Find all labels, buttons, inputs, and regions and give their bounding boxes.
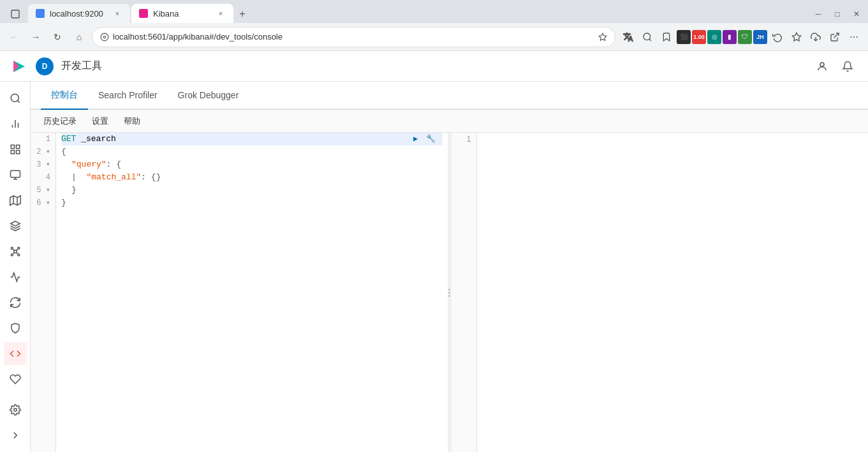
svg-point-8	[820, 63, 824, 66]
code-line-2[interactable]: {	[61, 146, 443, 158]
back-button[interactable]: ←	[5, 28, 23, 46]
tab2-close[interactable]: ×	[216, 8, 226, 19]
svg-point-9	[11, 94, 18, 102]
result-code-line-1	[482, 133, 864, 146]
code-line-5[interactable]: }	[61, 184, 443, 197]
tab1-close[interactable]: ×	[112, 8, 122, 19]
tab-bar: localhost:9200 × Kibana × + ─ □ ✕	[0, 0, 868, 23]
editor-area: 1 2 ▾ 3 ▾ 4 5 ▾ 6 ▾ GET _search	[31, 133, 868, 452]
ext-icon-blue[interactable]: JH	[753, 30, 767, 44]
sidebar-item-uptime[interactable]	[4, 291, 27, 314]
svg-point-33	[13, 409, 17, 412]
ext-icon-teal[interactable]: ◎	[707, 30, 721, 44]
browser-chrome: localhost:9200 × Kibana × + ─ □ ✕ ← → ↻ …	[0, 0, 868, 51]
code-line-4[interactable]: | "match_all": {}	[61, 171, 443, 184]
ext-icon-star2[interactable]	[788, 28, 805, 46]
close-button[interactable]: ✕	[848, 5, 865, 23]
svg-marker-2	[599, 33, 607, 40]
ext-icon-red[interactable]: 1.00	[692, 30, 706, 44]
svg-line-4	[649, 39, 651, 41]
tab1-title: localhost:9200	[50, 9, 103, 19]
tab-console[interactable]: 控制台	[41, 82, 88, 110]
address-text: localhost:5601/app/kibana#/dev_tools/con…	[113, 32, 594, 41]
svg-rect-0	[11, 10, 19, 18]
ext-icon-sync[interactable]	[769, 28, 786, 46]
line-num-1: 1	[36, 133, 50, 146]
code-line-3[interactable]: "query": {	[61, 158, 443, 171]
result-pane[interactable]: 1	[452, 133, 869, 452]
ext-icon-purple[interactable]: ▮	[723, 30, 737, 44]
ext-icon-download[interactable]	[807, 28, 825, 46]
settings-button[interactable]: 设置	[89, 113, 111, 130]
sidebar-item-maps[interactable]	[4, 189, 27, 212]
editor-content: 1 2 ▾ 3 ▾ 4 5 ▾ 6 ▾ GET _search	[31, 133, 448, 452]
translate-icon[interactable]	[619, 28, 637, 46]
wrench-button[interactable]: 🔧	[425, 133, 438, 146]
new-tab-button[interactable]: +	[233, 5, 251, 23]
lock-icon	[100, 33, 109, 41]
tab2-title: Kibana	[153, 9, 179, 19]
refresh-button[interactable]: ↻	[48, 28, 66, 46]
main-layout: 控制台 Search Profiler Grok Debugger 历史记录 设…	[0, 82, 868, 452]
minimize-button[interactable]: ─	[809, 5, 827, 23]
code-line-1[interactable]: GET _search ▶ 🔧	[61, 133, 443, 146]
sidebar-item-visualize[interactable]	[4, 112, 27, 135]
user-icon[interactable]	[812, 56, 832, 77]
content-area: 控制台 Search Profiler Grok Debugger 历史记录 设…	[31, 82, 868, 452]
bookmark-icon[interactable]	[658, 28, 675, 46]
divider-dots	[448, 289, 450, 297]
svg-rect-17	[16, 151, 19, 154]
sidebar	[0, 82, 31, 452]
sidebar-item-devtools[interactable]	[4, 342, 27, 365]
search-icon[interactable]	[638, 28, 656, 46]
sidebar-item-monitoring[interactable]	[4, 368, 27, 391]
app-topbar: D 开发工具	[0, 51, 868, 82]
window-control-back[interactable]	[5, 5, 26, 23]
history-button[interactable]: 历史记录	[41, 113, 79, 130]
sidebar-item-more[interactable]	[4, 424, 27, 447]
code-line-6[interactable]: }	[61, 197, 443, 209]
sidebar-item-siem[interactable]	[4, 317, 27, 340]
tab2-favicon	[139, 9, 148, 18]
sidebar-item-discover[interactable]	[4, 87, 27, 110]
tab-nav: 控制台 Search Profiler Grok Debugger	[31, 82, 868, 110]
tab-grok-debugger[interactable]: Grok Debugger	[168, 82, 249, 110]
help-button[interactable]: 帮助	[121, 113, 143, 130]
svg-line-10	[17, 100, 19, 102]
svg-point-25	[11, 247, 13, 249]
run-button[interactable]: ▶	[409, 133, 422, 146]
svg-point-26	[17, 247, 19, 249]
ext-icon-1[interactable]: ⬛	[677, 30, 691, 44]
ext-icon-green[interactable]: 🛡	[738, 30, 752, 44]
browser-tab-2[interactable]: Kibana ×	[131, 4, 233, 23]
star-icon	[598, 33, 607, 41]
svg-line-32	[16, 253, 17, 254]
divider-dot-1	[448, 289, 450, 290]
svg-point-3	[644, 33, 651, 40]
divider-dot-3	[448, 295, 450, 297]
sidebar-item-apm[interactable]	[4, 266, 27, 289]
svg-point-28	[17, 254, 19, 256]
maximize-button[interactable]: □	[828, 5, 846, 23]
svg-point-1	[103, 36, 106, 38]
line-num-4: 4	[36, 171, 50, 184]
editor-pane[interactable]: 1 2 ▾ 3 ▾ 4 5 ▾ 6 ▾ GET _search	[31, 133, 448, 452]
keyword-get: GET	[61, 133, 76, 146]
sidebar-item-ml[interactable]	[4, 215, 27, 237]
sidebar-item-dashboard[interactable]	[4, 138, 27, 161]
more-options-icon[interactable]: ⋯	[845, 28, 863, 46]
address-box[interactable]: localhost:5601/app/kibana#/dev_tools/con…	[92, 27, 615, 47]
ext-icon-plug[interactable]	[826, 28, 844, 46]
sidebar-item-graph[interactable]	[4, 240, 27, 263]
tab1-favicon	[36, 9, 45, 18]
line-numbers: 1 2 ▾ 3 ▾ 4 5 ▾ 6 ▾	[31, 133, 56, 452]
browser-tab-1[interactable]: localhost:9200 ×	[28, 4, 130, 23]
notification-icon[interactable]	[837, 56, 858, 77]
address-bar-row: ← → ↻ ⌂ localhost:5601/app/kibana#/dev_t…	[0, 23, 868, 51]
sidebar-item-settings[interactable]	[4, 398, 27, 421]
forward-button[interactable]: →	[27, 28, 45, 46]
home-button[interactable]: ⌂	[70, 28, 88, 46]
toolbar: 历史记录 设置 帮助	[31, 110, 868, 133]
sidebar-item-canvas[interactable]	[4, 163, 27, 186]
tab-search-profiler[interactable]: Search Profiler	[88, 82, 168, 110]
